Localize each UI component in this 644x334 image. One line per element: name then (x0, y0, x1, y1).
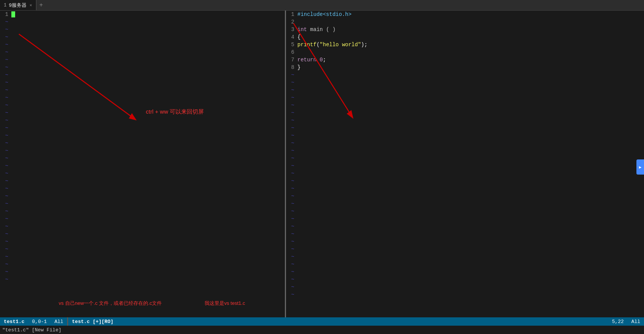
tilde-line-r: ~ (286, 276, 644, 283)
tilde-line-r: ~ (286, 79, 644, 86)
tilde-line: ~ (0, 139, 285, 147)
code-line-r7: 7 return 0; (286, 56, 644, 64)
side-panel-icon[interactable]: ▶ (636, 159, 644, 175)
tilde-line: ~ (0, 230, 285, 238)
tab-num: 1 (4, 3, 6, 8)
tilde-line-r: ~ (286, 132, 644, 139)
tilde-line-r: ~ (286, 245, 644, 253)
code-line-r8: 8 } (286, 64, 644, 71)
tab-close-button[interactable]: ✕ (30, 3, 32, 8)
tilde-line: ~ (0, 18, 285, 26)
tilde-line-r: ~ (286, 162, 644, 170)
tilde-line: ~ (0, 245, 285, 253)
tilde-line-r: ~ (286, 261, 644, 268)
tilde-line: ~ (0, 124, 285, 132)
tilde-line-r: ~ (286, 109, 644, 117)
tilde-line-r: ~ (286, 223, 644, 230)
line-number-1: 1 (0, 11, 11, 18)
tilde-line: ~ (0, 79, 285, 86)
code-line-r6: 6 (286, 48, 644, 56)
code-line-r5: 5 printf("hello world"); (286, 41, 644, 48)
side-icon-char: ▶ (639, 165, 642, 170)
code-line-r3: 3 int main ( ) (286, 26, 644, 33)
tilde-line-r: ~ (286, 283, 644, 291)
status-pos-left: 0,0-1 (28, 319, 51, 325)
status-filename-left: test1.c (0, 319, 28, 325)
tilde-line: ~ (0, 56, 285, 64)
tilde-line: ~ (0, 132, 285, 139)
tilde-line-r: ~ (286, 230, 644, 238)
status-all-right: All (628, 319, 644, 325)
right-code-view: 1 #include<stdio.h> 2 3 int main ( ) 4 {… (286, 11, 644, 317)
tilde-line: ~ (0, 268, 285, 276)
status-all-left: All (51, 319, 67, 325)
editor-area: 1 ~ ~ ~ ~ ~ ~ ~ ~ ~ ~ ~ ~ ~ ~ ~ ~ ~ ~ ~ … (0, 11, 644, 317)
tilde-line: ~ (0, 261, 285, 268)
tilde-line: ~ (0, 215, 285, 223)
status-pos-right: 5,22 (608, 319, 627, 325)
tilde-line: ~ (0, 41, 285, 48)
code-line-1: 1 (0, 11, 285, 18)
status-filename-right: test.c [+][RO] (68, 319, 608, 325)
left-pane[interactable]: 1 ~ ~ ~ ~ ~ ~ ~ ~ ~ ~ ~ ~ ~ ~ ~ ~ ~ ~ ~ … (0, 11, 286, 317)
tilde-line-r: ~ (286, 253, 644, 261)
cmd-text: "test1.c" [New File] (2, 327, 61, 333)
code-line-r2: 2 (286, 18, 644, 26)
code-line-r4: 4 { (286, 33, 644, 41)
tilde-line-r: ~ (286, 208, 644, 215)
tilde-line-r: ~ (286, 86, 644, 94)
tilde-line-r: ~ (286, 155, 644, 162)
tilde-line-r: ~ (286, 101, 644, 109)
code-line-r1: 1 #include<stdio.h> (286, 11, 644, 18)
tilde-line: ~ (0, 192, 285, 200)
line-content-1 (11, 11, 285, 18)
tilde-line: ~ (0, 238, 285, 245)
tilde-line-r: ~ (286, 139, 644, 147)
status-bar: test1.c 0,0-1 All test.c [+][RO] 5,22 Al… (0, 317, 644, 326)
tilde-line: ~ (0, 86, 285, 94)
tab-bar: 1 9服务器 ✕ + (0, 0, 644, 11)
tilde-line: ~ (0, 71, 285, 79)
left-code-view: 1 ~ ~ ~ ~ ~ ~ ~ ~ ~ ~ ~ ~ ~ ~ ~ ~ ~ ~ ~ … (0, 11, 285, 317)
tilde-line: ~ (0, 48, 285, 56)
tilde-line-r: ~ (286, 192, 644, 200)
tilde-line-r: ~ (286, 117, 644, 124)
tilde-line: ~ (0, 223, 285, 230)
new-tab-button[interactable]: + (36, 0, 46, 10)
command-line: "test1.c" [New File] (0, 326, 644, 334)
tilde-line: ~ (0, 177, 285, 185)
tilde-line: ~ (0, 33, 285, 41)
tilde-line: ~ (0, 170, 285, 177)
tilde-line-r: ~ (286, 170, 644, 177)
tilde-line-r: ~ (286, 71, 644, 79)
tilde-line-r: ~ (286, 124, 644, 132)
tilde-line: ~ (0, 185, 285, 192)
tilde-line-r: ~ (286, 291, 644, 298)
tab-label: 9服务器 (9, 2, 27, 9)
tilde-line: ~ (0, 253, 285, 261)
tilde-line: ~ (0, 101, 285, 109)
tilde-line: ~ (0, 26, 285, 33)
tilde-line-r: ~ (286, 185, 644, 192)
tilde-line: ~ (0, 162, 285, 170)
right-pane[interactable]: 1 #include<stdio.h> 2 3 int main ( ) 4 {… (286, 11, 644, 317)
tilde-line-r: ~ (286, 215, 644, 223)
tilde-line: ~ (0, 208, 285, 215)
tilde-line-r: ~ (286, 94, 644, 101)
tilde-line: ~ (0, 276, 285, 283)
tilde-line: ~ (0, 109, 285, 117)
tilde-line-r: ~ (286, 268, 644, 276)
tab-1[interactable]: 1 9服务器 ✕ (0, 0, 36, 10)
tilde-line-r: ~ (286, 200, 644, 208)
cursor (11, 11, 15, 17)
tilde-line: ~ (0, 64, 285, 71)
tilde-line-r: ~ (286, 147, 644, 155)
tilde-line: ~ (0, 94, 285, 101)
tilde-line-r: ~ (286, 177, 644, 185)
tilde-line: ~ (0, 147, 285, 155)
tilde-line: ~ (0, 117, 285, 124)
tilde-line: ~ (0, 200, 285, 208)
tilde-line: ~ (0, 155, 285, 162)
tilde-line-r: ~ (286, 238, 644, 245)
